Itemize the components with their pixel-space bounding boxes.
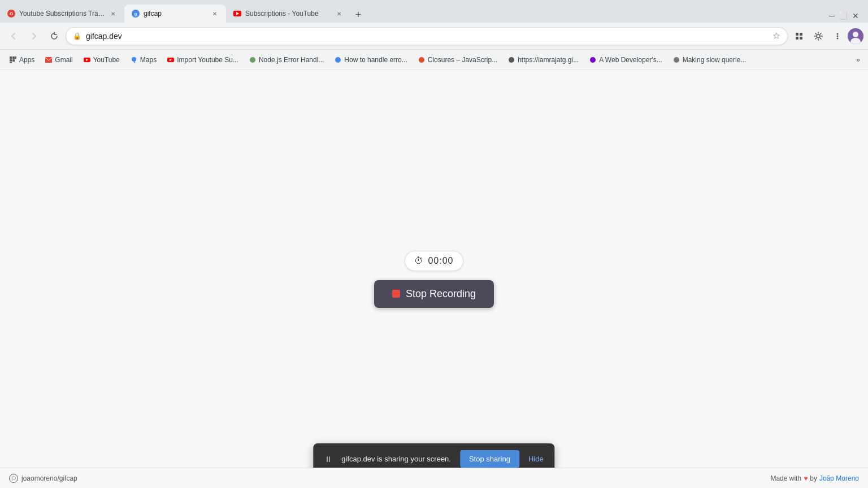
tab3-favicon — [233, 9, 242, 18]
bookmark-nodejs-label: Node.js Error Handl... — [259, 56, 324, 64]
stop-sharing-button[interactable]: Stop sharing — [460, 450, 519, 468]
profile-button[interactable] — [848, 28, 863, 44]
bookmark-slow-queries-label: Making slow querie... — [683, 56, 747, 64]
bookmark-iamrajat[interactable]: https://iamrajatg.gi... — [503, 54, 583, 66]
tab-youtube-subs[interactable]: Subscriptions - YouTube ✕ — [226, 5, 350, 23]
bookmark-web-dev-label: A Web Developer's... — [599, 56, 662, 64]
recording-container: ⏱ 00:00 Stop Recording — [374, 251, 494, 308]
svg-rect-18 — [12, 56, 15, 59]
clock-icon: ⏱ — [414, 256, 423, 266]
svg-point-26 — [132, 57, 136, 62]
bookmark-closures[interactable]: Closures – JavaScrip... — [413, 54, 502, 66]
tabs-area: G Youtube Subscriptions Transfer ✕ g gif… — [0, 5, 820, 23]
svg-point-11 — [837, 33, 839, 34]
close-button[interactable]: ✕ — [852, 11, 859, 20]
chrome-window: G Youtube Subscriptions Transfer ✕ g gif… — [0, 0, 868, 488]
apps-icon — [9, 56, 17, 64]
reload-button[interactable] — [45, 27, 63, 45]
bookmark-nodejs[interactable]: Node.js Error Handl... — [244, 54, 328, 66]
footer-left: ⬡ joaomoreno/gifcap — [9, 474, 77, 483]
made-with-label: Made with — [770, 474, 801, 482]
tab3-close[interactable]: ✕ — [335, 9, 344, 18]
svg-point-30 — [335, 57, 341, 63]
tab2-favicon: g — [131, 9, 140, 18]
bookmark-import-yt-label: Import Youtube Su... — [177, 56, 238, 64]
bookmarks-more-button[interactable]: » — [853, 54, 863, 66]
svg-rect-23 — [45, 57, 52, 63]
heart-icon: ♥ — [804, 474, 808, 482]
new-tab-button[interactable]: + — [350, 7, 366, 23]
tab2-title: gifcap — [144, 10, 207, 18]
svg-point-31 — [419, 57, 424, 63]
bookmark-youtube[interactable]: YouTube — [79, 54, 124, 66]
hide-button[interactable]: Hide — [528, 455, 544, 463]
author-label[interactable]: João Moreno — [819, 474, 859, 482]
sharing-text: gifcap.dev is sharing your screen. — [341, 455, 451, 463]
bookmark-import-yt[interactable]: Import Youtube Su... — [162, 54, 243, 66]
tab1-title: Youtube Subscriptions Transfer — [19, 10, 105, 18]
bookmark-star-icon[interactable] — [772, 32, 780, 40]
address-text: gifcap.dev — [86, 32, 768, 41]
timer-value: 00:00 — [428, 256, 453, 266]
svg-point-33 — [590, 57, 596, 63]
svg-point-10 — [817, 34, 820, 38]
svg-rect-20 — [10, 59, 12, 62]
by-label: by — [810, 474, 817, 482]
browser-settings-button[interactable] — [828, 27, 847, 45]
page-content: ⏱ 00:00 Stop Recording ⏸ gifcap.dev is s… — [0, 70, 868, 488]
lock-icon: 🔒 — [73, 32, 81, 40]
svg-rect-7 — [800, 33, 802, 36]
bookmark-maps[interactable]: Maps — [125, 54, 161, 66]
bookmark-apps[interactable]: Apps — [5, 54, 39, 66]
svg-rect-17 — [10, 56, 12, 59]
bookmark-apps-label: Apps — [19, 56, 34, 64]
page-footer: ⬡ joaomoreno/gifcap Made with ♥ by João … — [0, 468, 868, 488]
bookmark-how-to-label: How to handle erro... — [344, 56, 407, 64]
svg-rect-21 — [12, 59, 15, 62]
svg-text:G: G — [10, 11, 13, 16]
title-bar: G Youtube Subscriptions Transfer ✕ g gif… — [0, 0, 868, 23]
svg-rect-19 — [15, 56, 16, 59]
window-controls: ─ ⬜ ✕ — [820, 11, 868, 23]
toolbar: 🔒 gifcap.dev — [0, 23, 868, 50]
minimize-button[interactable]: ─ — [829, 11, 835, 20]
tab1-close[interactable]: ✕ — [108, 9, 118, 18]
stop-recording-label: Stop Recording — [406, 288, 476, 300]
bookmark-maps-label: Maps — [140, 56, 157, 64]
timer-display: ⏱ 00:00 — [405, 251, 463, 271]
svg-point-34 — [674, 57, 679, 63]
tab3-title: Subscriptions - YouTube — [245, 10, 331, 18]
address-bar[interactable]: 🔒 gifcap.dev — [66, 27, 788, 45]
bookmark-how-to[interactable]: How to handle erro... — [329, 54, 411, 66]
svg-point-15 — [853, 32, 858, 37]
svg-rect-22 — [10, 62, 12, 63]
footer-right: Made with ♥ by João Moreno — [770, 474, 859, 482]
bookmark-gmail[interactable]: Gmail — [40, 54, 77, 66]
settings-button[interactable] — [809, 27, 827, 45]
footer-logo-icon: ⬡ — [9, 474, 18, 483]
bookmark-web-dev[interactable]: A Web Developer's... — [584, 54, 666, 66]
maximize-button[interactable]: ⬜ — [839, 12, 848, 20]
tab-gifcap[interactable]: g gifcap ✕ — [124, 5, 226, 23]
stop-recording-button[interactable]: Stop Recording — [374, 280, 494, 308]
bookmark-iamrajat-label: https://iamrajatg.gi... — [518, 56, 579, 64]
tab2-close[interactable]: ✕ — [210, 9, 219, 18]
back-button[interactable] — [5, 27, 23, 45]
bookmark-gmail-label: Gmail — [55, 56, 72, 64]
forward-button[interactable] — [25, 27, 43, 45]
sharing-pause-icon: ⏸ — [324, 455, 332, 464]
svg-rect-9 — [800, 37, 802, 40]
svg-point-12 — [837, 35, 839, 37]
svg-text:g: g — [134, 11, 137, 16]
extensions-button[interactable] — [790, 27, 808, 45]
svg-rect-8 — [796, 37, 798, 40]
bookmark-youtube-label: YouTube — [93, 56, 120, 64]
svg-point-29 — [250, 57, 255, 63]
tab1-favicon: G — [7, 9, 16, 18]
svg-rect-6 — [796, 33, 798, 36]
bookmarks-bar: Apps Gmail YouTube Maps Import Youtube S… — [0, 50, 868, 70]
bookmark-slow-queries[interactable]: Making slow querie... — [668, 54, 751, 66]
tab-youtube-transfer[interactable]: G Youtube Subscriptions Transfer ✕ — [0, 5, 124, 23]
svg-point-32 — [509, 57, 514, 63]
footer-repo-label[interactable]: joaomoreno/gifcap — [21, 474, 77, 482]
